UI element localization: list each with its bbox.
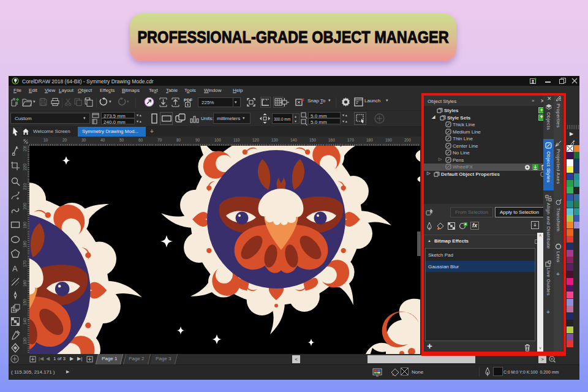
svg-text:A: A: [12, 264, 18, 273]
